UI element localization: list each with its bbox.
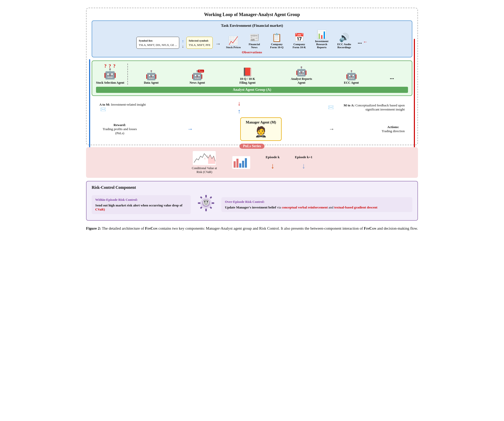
ecc-audio-label: ECC Audio Recordings <box>335 43 353 49</box>
svg-rect-5 <box>234 161 236 168</box>
data-sources: 📈 Stock Prices 📰 Financial News 📋 Compan… <box>226 30 367 49</box>
data-source-form10q: 📋 Company Form 10-Q <box>268 33 286 49</box>
risk-gear-robot-icon <box>196 193 216 216</box>
episode-k1-item: Episode k+1 ↓ <box>295 155 312 170</box>
pnls-label: PnLs Series <box>239 144 265 149</box>
selected-symbol-items: TSLA, MSFT, PFE <box>189 43 210 47</box>
arrow-right-actions-icon: → <box>329 126 334 132</box>
caption-text2: contains two key components: Manager-Ana… <box>158 226 364 230</box>
m-to-a-content: Conceptualized feedback based upon signi… <box>355 103 405 111</box>
pnls-chart-icon <box>232 156 250 169</box>
stock-selection-label: Stock Selection Agent <box>96 81 124 85</box>
cvar-chart-icon: ↓ ↓ <box>193 151 216 165</box>
svg-rect-9 <box>245 158 247 168</box>
svg-rect-16 <box>200 196 202 199</box>
filing-agent-item: 📕 10-Q / 10-K Filing Agent <box>236 68 259 85</box>
m-to-a-area: ✉️ M to A: Conceptualized feedback based… <box>328 103 405 112</box>
ecc-agent-label: ECC Agent <box>344 81 359 85</box>
over-episode-red2: textual-based gradient descent <box>334 205 377 209</box>
fincon-brand2: FinCon <box>364 226 376 230</box>
news-agent-robot: 🤖 News <box>191 71 203 80</box>
arrow-right-icon: → <box>215 41 221 47</box>
data-source-stock-prices: 📈 Stock Prices <box>226 36 241 49</box>
figure-num: Figure 2: <box>86 226 101 230</box>
over-episode-via: via <box>276 205 282 209</box>
news-badge: News <box>198 70 204 72</box>
svg-rect-13 <box>205 209 207 211</box>
episode-k-arrow-icon: ↓ <box>271 162 274 170</box>
actions-text: Trading direction <box>382 129 405 133</box>
episode-k-item: Episode k ↓ <box>266 155 280 170</box>
caption-text3: and decision-making flow. <box>376 226 418 230</box>
actions-box: Actions: Trading direction <box>382 125 405 133</box>
manager-agent-icon: 🤵 <box>255 126 267 138</box>
stock-prices-label: Stock Prices <box>226 46 241 49</box>
envelope-outgoing-icon: ✉️ <box>100 107 106 112</box>
over-episode-bold1: Update Manager's investment belief <box>225 205 276 209</box>
symbol-list-label: Symbol list: <box>139 39 177 43</box>
a-to-m-text: A to M: Investment-related insight ✉️ <box>99 103 150 112</box>
ecc-agent-item: 🤖 ECC Agent <box>344 71 359 85</box>
stock-selection-section: ? ? ? 🤖 Stock Selection Agent <box>96 64 128 85</box>
over-episode-red1: conceptual verbal reinforcement <box>282 205 328 209</box>
symbol-list-box: Symbol list: TSLA, MSFT, DIS, NFLX, GE .… <box>136 37 179 49</box>
svg-text:↓: ↓ <box>204 157 206 160</box>
m-to-a-label: M to A: <box>344 103 355 107</box>
risk-control-box: Risk-Control Component Within-Episode Ri… <box>86 181 418 221</box>
comm-section: A to M: Investment-related insight ✉️ ↓ … <box>92 98 412 116</box>
reward-label: Reward: <box>114 123 126 127</box>
form10q-icon: 📋 <box>272 33 282 42</box>
arrow-right-blue-icon: → <box>187 126 193 132</box>
over-episode-and: and <box>328 205 334 209</box>
symbol-arrows: ↑ ↓ <box>182 39 184 49</box>
svg-rect-15 <box>212 202 214 204</box>
working-loop-title: Working Loop of Manager-Analyst Agent Gr… <box>92 12 412 17</box>
svg-rect-7 <box>239 163 241 168</box>
observations-label: Observations <box>96 50 408 54</box>
form10k-label: Company Form 10-K <box>290 43 308 49</box>
data-agent-label: Data Agent <box>144 81 159 85</box>
a-to-m-content: Investment-related insight <box>111 103 146 106</box>
m-to-a-text: M to A: Conceptualized feedback based up… <box>335 103 405 112</box>
task-env-box: Task Environment (Financial market) Symb… <box>92 20 412 57</box>
pnls-chart-item <box>232 156 250 169</box>
arrow-up-blue-icon: ↑ <box>238 108 241 115</box>
filing-agent-icon: 📕 <box>242 68 253 76</box>
svg-point-21 <box>204 201 206 203</box>
analyst-reports-agent-label: Analyst Reports Agent <box>290 77 313 85</box>
risk-within-box: Within-Episode Risk Control: Send out hi… <box>92 195 191 214</box>
stock-selection-robot-icon: 🤖 <box>104 68 116 80</box>
risk-over-box: Over-Episode Risk Control: Update Manage… <box>221 197 412 212</box>
agents-section: ? ? ? 🤖 Stock Selection Agent 🤖 Data Age… <box>96 64 408 85</box>
svg-point-22 <box>207 201 208 203</box>
filing-agent-label: 10-Q / 10-K Filing Agent <box>236 77 259 85</box>
analyst-group-box: ? ? ? 🤖 Stock Selection Agent 🤖 Data Age… <box>92 60 412 96</box>
cvar-item: ↓ ↓ Conditional Value at Risk (CVaR) <box>191 151 217 174</box>
svg-rect-23 <box>203 200 209 201</box>
financial-news-label: Financial News <box>245 43 263 49</box>
svg-rect-17 <box>210 196 212 199</box>
analyst-reports-agent-icon: 🤖 <box>296 67 307 76</box>
symbol-list-items: TSLA, MSFT, DIS, NFLX, GE ... <box>139 43 177 47</box>
news-agent-item: 🤖 News News Agent <box>189 71 205 85</box>
cvar-label: Conditional Value at Risk (CVaR) <box>191 166 217 174</box>
agents-dots: ... <box>390 74 394 81</box>
arrow-down-red-icon: ↓ <box>238 100 241 107</box>
episode-k1-arrow-icon: ↓ <box>302 162 306 170</box>
svg-rect-6 <box>236 159 238 168</box>
a-to-m-label: A to M: <box>99 103 110 106</box>
research-icon: 📊 <box>317 30 327 39</box>
task-env-content: Symbol list: TSLA, MSFT, DIS, NFLX, GE .… <box>96 30 408 49</box>
risk-control-title: Risk-Control Component <box>92 185 412 190</box>
risk-control-content: Within-Episode Risk Control: Send out hi… <box>92 193 412 216</box>
analyst-group-label: Analyst Agent Group (A) <box>96 87 408 93</box>
manager-title: Manager Agent (M) <box>246 120 276 125</box>
selected-symbol-box: Selected symbol: TSLA, MSFT, PFE <box>186 37 213 49</box>
data-source-ecc: 🔊 ECC Audio Recordings <box>335 33 353 49</box>
within-episode-text: Send out high market risk alert when occ… <box>95 203 187 212</box>
reward-box: Reward: Trading profits and losses (PnLs… <box>99 123 140 135</box>
manager-box: Manager Agent (M) 🤵 <box>240 117 282 141</box>
within-episode-bold: Send out high market risk alert when occ… <box>95 203 182 207</box>
data-source-form10k: 📅 Company Form 10-K <box>290 33 308 49</box>
stock-prices-icon: 📈 <box>228 36 238 45</box>
